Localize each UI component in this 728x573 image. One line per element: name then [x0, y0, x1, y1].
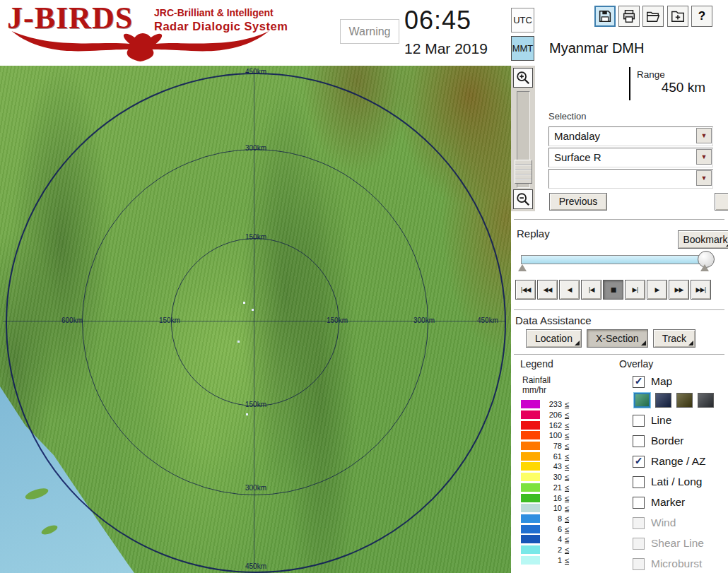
checkbox[interactable]: ✓: [633, 517, 645, 529]
separator: [514, 219, 724, 220]
legend-color-swatch: [521, 410, 540, 419]
legend-value: 16: [544, 494, 562, 502]
legend-color-swatch: [521, 421, 540, 430]
previous-button[interactable]: Previous: [549, 193, 607, 211]
mmt-button[interactable]: MMT: [511, 36, 534, 61]
zoom-out-icon: [515, 191, 531, 207]
range-label: 300km: [407, 317, 441, 324]
map-checkbox[interactable]: ✓: [633, 376, 645, 388]
legend-value: 100: [544, 431, 562, 439]
overlay-item[interactable]: ✓ Border: [633, 434, 706, 448]
map-style-swatch[interactable]: [676, 393, 693, 408]
checkbox[interactable]: ✓: [633, 558, 645, 570]
map-style-swatches: [634, 393, 714, 408]
legend-value: 6: [544, 525, 562, 533]
zoom-out-button[interactable]: [513, 189, 533, 209]
legend-unit-line2: mm/hr: [522, 385, 551, 395]
data-assistance-button[interactable]: Track: [653, 329, 695, 348]
overlay-item[interactable]: ✓ Wind: [633, 516, 706, 530]
radar-map[interactable]: 450km 300km 150km 150km 300km 450km 600k…: [0, 66, 511, 573]
utc-button[interactable]: UTC: [511, 8, 534, 33]
product-select[interactable]: Surface R ▼: [548, 148, 713, 167]
save-icon: [597, 8, 613, 24]
zoom-in-button[interactable]: [513, 68, 533, 88]
range-label: 300km: [239, 484, 273, 492]
legend-entry: 8 ≤: [521, 514, 569, 524]
overlay-item-label: Lati / Long: [651, 475, 702, 488]
overlay-item[interactable]: ✓ Line: [633, 413, 706, 427]
legend-suffix: ≤: [565, 483, 569, 492]
transport-button[interactable]: |◀◀: [515, 280, 536, 300]
legend-color-swatch: [521, 504, 540, 512]
legend-entry: 30 ≤: [521, 472, 569, 483]
range-value: 450 km: [622, 80, 705, 95]
data-assistance-button[interactable]: X-Section: [587, 329, 648, 348]
range-label: 150km: [153, 317, 187, 324]
transport-button[interactable]: ▶|: [625, 280, 645, 300]
replay-timeline-track[interactable]: [521, 255, 712, 264]
checkbox[interactable]: ✓: [633, 538, 645, 550]
zoom-slider-handle[interactable]: [515, 160, 532, 184]
overlay-item-label: Range / AZ: [651, 455, 706, 468]
transport-button[interactable]: |◀: [581, 280, 601, 300]
overlay-item[interactable]: ✓ Shear Line: [633, 536, 706, 550]
data-assistance-button[interactable]: Location: [526, 329, 582, 348]
chevron-down-icon[interactable]: ▼: [696, 170, 712, 186]
transport-button[interactable]: ◀◀: [537, 280, 558, 300]
legend-color-swatch: [521, 431, 540, 439]
checkbox[interactable]: ✓: [633, 456, 645, 468]
overlay-item[interactable]: ✓ Range / AZ: [633, 454, 706, 468]
bookmark-button[interactable]: Bookmark: [678, 230, 728, 249]
legend-entry: 2 ≤: [521, 545, 569, 555]
zoom-in-icon: [515, 70, 531, 85]
legend-entry: 10 ≤: [521, 503, 569, 514]
legend-color-swatch: [521, 452, 540, 461]
map-style-swatch[interactable]: [634, 393, 650, 408]
save-button[interactable]: [594, 6, 616, 27]
transport-button[interactable]: ▶▶|: [691, 280, 711, 300]
legend-value: 206: [544, 410, 562, 419]
chevron-down-icon[interactable]: ▼: [696, 128, 712, 143]
transport-button[interactable]: ▶▶: [669, 280, 689, 300]
legend-color-swatch: [521, 494, 540, 502]
range-label: 150km: [320, 317, 354, 324]
site-select[interactable]: Mandalay ▼: [548, 126, 713, 146]
open-button[interactable]: [642, 6, 664, 27]
chevron-down-icon[interactable]: ▼: [696, 149, 712, 165]
legend-suffix: ≤: [565, 514, 569, 523]
range-label: 450km: [471, 317, 505, 324]
legend-value: 162: [544, 421, 562, 430]
overlay-item[interactable]: ✓ Marker: [633, 495, 706, 509]
legend-value: 1: [544, 556, 562, 565]
transport-button[interactable]: ▶: [647, 280, 667, 300]
timeline-start-marker[interactable]: [518, 264, 527, 271]
print-button[interactable]: [618, 6, 640, 27]
option-select[interactable]: ▼: [548, 169, 713, 189]
new-window-button[interactable]: [667, 6, 688, 27]
map-style-swatch[interactable]: [698, 393, 714, 408]
map-style-swatch[interactable]: [655, 393, 671, 408]
legend-suffix: ≤: [565, 556, 569, 565]
overlay-item[interactable]: ✓ Lati / Long: [633, 475, 706, 489]
legend-entry: 21 ≤: [521, 483, 569, 493]
checkbox[interactable]: ✓: [633, 497, 645, 509]
checkbox[interactable]: ✓: [633, 415, 645, 427]
legend-value: 10: [544, 504, 562, 512]
timeline-end-marker[interactable]: [700, 264, 709, 271]
legend-value: 30: [544, 473, 562, 481]
legend-color-swatch: [521, 545, 540, 554]
transport-button[interactable]: ◀: [559, 280, 580, 300]
checkbox[interactable]: ✓: [633, 435, 645, 447]
legend-color-swatch: [521, 556, 540, 565]
range-label-text: Range: [637, 69, 665, 80]
help-button[interactable]: ?: [691, 6, 712, 27]
legend-entry: 4 ≤: [521, 534, 569, 545]
checkbox[interactable]: ✓: [633, 476, 645, 488]
legend-entry: 206 ≤: [521, 410, 569, 420]
overlay-item-map[interactable]: ✓ Map: [633, 374, 672, 389]
overlay-item[interactable]: ✓ Microburst: [633, 557, 706, 571]
transport-button[interactable]: ■: [603, 280, 623, 300]
select-button[interactable]: Select: [715, 193, 728, 211]
selection-label: Selection: [548, 111, 586, 122]
legend-value: 78: [544, 442, 562, 450]
